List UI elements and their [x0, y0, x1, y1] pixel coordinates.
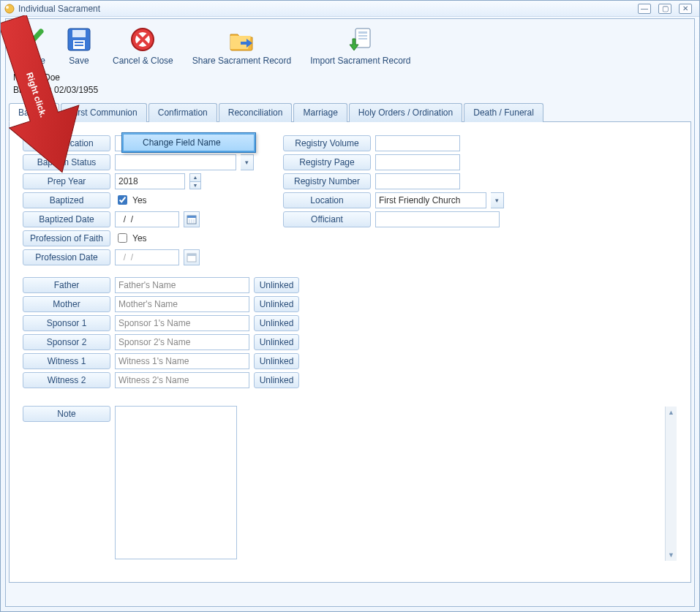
witness2-label[interactable]: Witness 2	[23, 372, 110, 388]
location-label[interactable]: Location	[283, 192, 371, 208]
baptism-status-input[interactable]	[115, 154, 236, 170]
cancel-icon	[128, 25, 157, 54]
calendar-icon	[187, 252, 197, 262]
sponsor2-input[interactable]	[115, 334, 249, 350]
import-record-button[interactable]: Import Sacrament Record	[307, 23, 413, 67]
tab-baptism[interactable]: Baptism	[9, 103, 59, 122]
prep-year-input[interactable]	[115, 173, 185, 189]
witness1-label[interactable]: Witness 1	[23, 353, 110, 369]
baptized-date-label[interactable]: Baptized Date	[23, 211, 110, 227]
save-label: Save	[69, 56, 89, 66]
tab-first-communion[interactable]: First Communion	[61, 103, 146, 122]
mother-link-button[interactable]: Unlinked	[254, 296, 299, 312]
sponsor1-input[interactable]	[115, 315, 249, 331]
note-label[interactable]: Note	[23, 406, 110, 422]
registry-volume-label[interactable]: Registry Volume	[283, 135, 371, 151]
profession-yes-text: Yes	[132, 233, 147, 243]
svg-rect-19	[187, 254, 196, 256]
registry-page-input[interactable]	[375, 154, 460, 170]
profession-of-faith-label[interactable]: Profession of Faith	[23, 230, 110, 246]
spinner-down-icon[interactable]: ▼	[189, 181, 201, 189]
app-window: Individual Sacrament — ▢ ✕ & Close Save	[0, 0, 700, 612]
person-row-witness2: Witness 2 Unlinked	[23, 372, 677, 388]
note-textarea[interactable]	[115, 406, 237, 559]
svg-rect-14	[187, 216, 196, 218]
baptized-date-input[interactable]	[115, 211, 179, 227]
tab-confirmation[interactable]: Confirmation	[148, 103, 217, 122]
father-link-button[interactable]: Unlinked	[254, 277, 299, 293]
save-button[interactable]: Save	[61, 23, 97, 67]
tab-death-funeral[interactable]: Death / Funeral	[464, 103, 543, 122]
close-button[interactable]: ✕	[679, 4, 692, 14]
tab-holy-orders[interactable]: Holy Orders / Ordination	[349, 103, 462, 122]
cancel-close-label: Cancel & Close	[113, 56, 173, 66]
sponsor2-link-button[interactable]: Unlinked	[254, 334, 299, 350]
location-dropdown[interactable]: ▾	[491, 192, 504, 208]
profession-date-picker[interactable]	[184, 249, 200, 265]
witness2-link-button[interactable]: Unlinked	[254, 372, 299, 388]
registry-number-label[interactable]: Registry Number	[283, 173, 371, 189]
registry-page-label[interactable]: Registry Page	[283, 154, 371, 170]
tab-reconciliation[interactable]: Reconciliation	[219, 103, 293, 122]
sponsor1-label[interactable]: Sponsor 1	[23, 315, 110, 331]
save-close-label: & Close	[15, 56, 45, 66]
person-row-mother: Mother Unlinked	[23, 296, 677, 312]
sponsor1-link-button[interactable]: Unlinked	[254, 315, 299, 331]
svg-rect-6	[75, 45, 83, 46]
baptism-status-label[interactable]: Baptism Status	[23, 154, 110, 170]
father-label[interactable]: Father	[23, 277, 110, 293]
note-scrollbar[interactable]: ▲ ▼	[665, 407, 677, 561]
birth-pre: Birth	[13, 85, 31, 95]
svg-point-0	[5, 4, 14, 13]
spinner-up-icon[interactable]: ▲	[189, 173, 201, 181]
sponsor2-label[interactable]: Sponsor 2	[23, 334, 110, 350]
minimize-button[interactable]: —	[638, 4, 651, 14]
share-label: Share Sacrament Record	[192, 56, 291, 66]
tab-strip: Baptism First Communion Confirmation Rec…	[9, 102, 691, 122]
witness1-input[interactable]	[115, 353, 249, 369]
witness1-link-button[interactable]: Unlinked	[254, 353, 299, 369]
prep-year-spinner[interactable]: ▲ ▼	[189, 173, 201, 189]
prep-year-label[interactable]: Prep Year	[23, 173, 110, 189]
birth-post: e: 02/03/1955	[45, 85, 98, 95]
profession-date-label[interactable]: Profession Date	[23, 249, 110, 265]
registry-number-input[interactable]	[375, 173, 460, 189]
svg-rect-3	[72, 30, 86, 37]
svg-point-1	[6, 6, 9, 9]
cancel-and-close-button[interactable]: Cancel & Close	[110, 23, 176, 67]
baptism-status-dropdown[interactable]: ▾	[241, 154, 254, 170]
registry-volume-input[interactable]	[375, 135, 460, 151]
person-header: Mrxxxn Doe Birthxxxe: 02/03/1955	[6, 69, 694, 102]
profession-of-faith-checkbox[interactable]	[118, 233, 127, 243]
person-name-post: n Doe	[37, 72, 60, 83]
change-field-name-item[interactable]: Change Field Name	[123, 134, 255, 151]
window-title: Individual Sacrament	[18, 4, 100, 14]
svg-rect-5	[75, 42, 83, 43]
share-record-button[interactable]: Share Sacrament Record	[189, 23, 294, 67]
mother-input[interactable]	[115, 296, 249, 312]
save-and-close-button[interactable]: & Close	[12, 23, 48, 67]
import-icon	[346, 25, 375, 54]
svg-rect-10	[358, 31, 367, 34]
baptized-checkbox[interactable]	[118, 195, 127, 205]
witness2-input[interactable]	[115, 372, 249, 388]
birth-location-label[interactable]: Birth Location	[23, 135, 110, 151]
scroll-up-icon[interactable]: ▲	[666, 407, 677, 418]
share-folder-icon	[227, 25, 256, 54]
officiant-label[interactable]: Officiant	[283, 211, 371, 227]
mother-label[interactable]: Mother	[23, 296, 110, 312]
baptized-label[interactable]: Baptized	[23, 192, 110, 208]
officiant-input[interactable]	[375, 211, 500, 227]
maximize-button[interactable]: ▢	[658, 4, 671, 14]
checkmark-icon	[15, 25, 45, 54]
scroll-down-icon[interactable]: ▼	[666, 549, 677, 561]
baptized-date-picker[interactable]	[184, 211, 200, 227]
svg-rect-11	[358, 35, 367, 37]
location-input[interactable]	[375, 192, 486, 208]
tab-marriage[interactable]: Marriage	[293, 103, 347, 122]
titlebar: Individual Sacrament — ▢ ✕	[1, 1, 699, 17]
father-input[interactable]	[115, 277, 249, 293]
svg-rect-12	[358, 38, 367, 39]
left-fields: Birth Location ▾ Baptism Status ▾ Prep Y…	[23, 135, 254, 265]
person-row-sponsor1: Sponsor 1 Unlinked	[23, 315, 677, 331]
